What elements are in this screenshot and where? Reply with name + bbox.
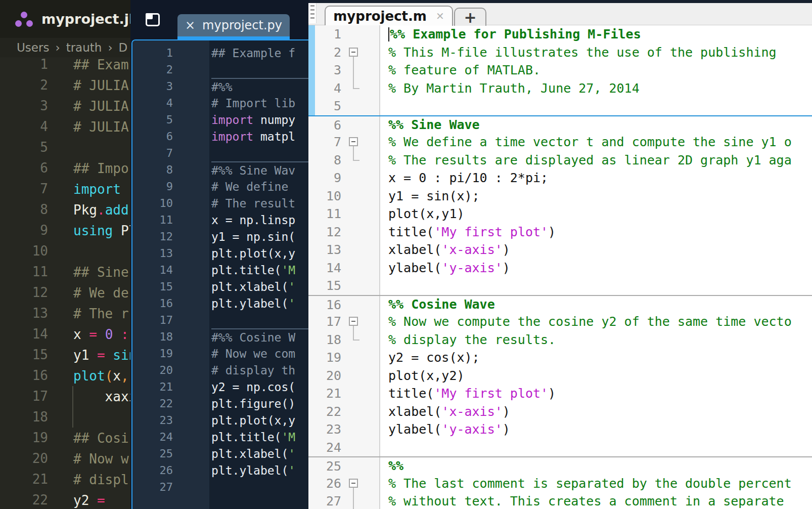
chevron-right-icon: › (108, 41, 112, 54)
line-number: 15 (0, 345, 48, 365)
code-text: xlabel('x-axis') (379, 241, 812, 259)
code-text: Pkg.add (73, 199, 130, 220)
fold-gutter (341, 116, 379, 134)
line-number: 17 (315, 313, 341, 331)
fold-gutter (341, 151, 379, 169)
julia-code-area[interactable]: 1## Exam2# JULIA3# JULIA4# JULIA56## Imp… (0, 54, 130, 509)
line-number: 1 (315, 25, 341, 44)
current-section-strip (308, 475, 315, 493)
line-number: 9 (315, 169, 341, 187)
line-number: 9 (132, 178, 173, 195)
tab-myproject-jl[interactable]: myproject.jl (41, 11, 130, 27)
code-line: 5import numpy (132, 111, 309, 128)
code-line: 17 xaxis (0, 386, 130, 407)
close-icon[interactable]: ✕ (436, 10, 444, 22)
matlab-code-area[interactable]: 1%% Example for Publishing M-Files2% Thi… (308, 25, 812, 509)
code-line: 25plt.xlabel(' (132, 445, 309, 462)
code-fold-icon[interactable] (341, 313, 379, 331)
close-icon[interactable]: × (185, 18, 195, 32)
panel-window-icon[interactable] (146, 13, 160, 26)
line-number: 19 (132, 345, 173, 362)
code-text: ylabel('y-axis') (379, 420, 812, 439)
code-text (379, 97, 812, 115)
code-line: 27% without text. This creates a comment… (308, 492, 812, 509)
code-text: plt.title('M (211, 429, 309, 445)
tab-label: myproject.py (202, 18, 282, 32)
code-text: y1 = np.sin( (211, 228, 309, 245)
code-text (211, 145, 309, 161)
current-section-strip (308, 420, 315, 439)
line-number: 26 (315, 475, 341, 493)
code-text: # JULIA (73, 116, 130, 137)
code-line: 26% The last comment is separated by the… (308, 475, 812, 493)
code-text: plt.figure() (211, 395, 309, 412)
line-number: 21 (0, 469, 48, 490)
code-line: 8Pkg.add (0, 199, 130, 220)
python-code-area[interactable]: 1## Example f23#%%4# Import lib5import n… (132, 45, 309, 495)
line-number: 22 (315, 403, 341, 421)
code-line: 9# We define (132, 178, 309, 195)
breadcrumb-item[interactable]: D (119, 41, 128, 54)
breadcrumb-item[interactable]: Users (17, 41, 49, 54)
code-line: 27 (132, 479, 309, 495)
code-line: 8#%% Sine Wav (132, 161, 309, 178)
line-number: 20 (315, 367, 341, 385)
code-fold-icon[interactable] (341, 44, 379, 62)
code-text (211, 312, 309, 328)
line-number: 10 (315, 187, 341, 205)
line-number: 15 (132, 278, 173, 295)
code-text: #%% Cosine W (211, 328, 309, 345)
code-line: 22xlabel('x-axis') (308, 403, 812, 421)
code-line: 17% Now we compute the cosine y2 of the … (308, 313, 812, 331)
code-line: 24plt.title('M (132, 429, 309, 445)
line-number: 3 (0, 96, 48, 116)
code-line: 5 (0, 137, 130, 158)
tab-myproject-py[interactable]: × myproject.py (177, 14, 290, 36)
line-number: 18 (132, 328, 173, 345)
code-text: % By Martin Trauth, June 27, 2014 (379, 79, 812, 98)
fold-gutter (341, 187, 379, 205)
python-editor-window: × myproject.py 1## Example f23#%%4# Impo… (130, 0, 309, 509)
code-line: 24 (308, 439, 812, 457)
code-line: 22plt.figure() (132, 395, 309, 412)
current-section-strip (308, 79, 315, 98)
current-section-strip (308, 277, 315, 295)
line-number: 26 (132, 462, 173, 479)
line-number: 14 (0, 324, 48, 345)
current-section-strip (308, 457, 315, 475)
code-line: 26plt.ylabel(' (132, 462, 309, 479)
drag-grip-icon[interactable] (308, 3, 317, 23)
code-line: 21title('My first plot') (308, 385, 812, 403)
code-line: 1## Exam (0, 54, 130, 75)
code-line: 5 (308, 97, 812, 115)
fold-gutter (341, 349, 379, 367)
line-number: 12 (315, 223, 341, 241)
current-section-strip (308, 296, 315, 313)
tab-myproject-m[interactable]: myproject.m ✕ (325, 6, 453, 26)
current-section-strip (308, 313, 315, 331)
line-number: 13 (315, 241, 341, 259)
breadcrumb-item[interactable]: trauth (66, 41, 102, 54)
code-text: import numpy (211, 111, 309, 128)
code-text: plot(x,y2) (379, 367, 812, 385)
line-number: 5 (0, 137, 48, 158)
code-line: 19y2 = cos(x); (308, 349, 812, 367)
line-number: 19 (0, 428, 48, 448)
code-fold-icon[interactable] (341, 133, 379, 151)
code-line: 11## Sine (0, 262, 130, 282)
code-line: 25%% (308, 456, 812, 475)
code-line: 4# JULIA (0, 116, 130, 137)
code-line: 20# Now w (0, 448, 130, 469)
line-number: 12 (0, 282, 48, 303)
code-text: % The results are displayed as linear 2D… (379, 151, 812, 169)
new-tab-button[interactable]: + (454, 8, 486, 26)
code-text: plt.plot(x,y (211, 412, 309, 429)
code-line: 23ylabel('y-axis') (308, 420, 812, 439)
code-text: y1 = sin (73, 345, 130, 365)
fold-gutter (341, 367, 379, 385)
code-text: plot(x, (73, 365, 130, 386)
code-text: # display th (211, 362, 309, 378)
code-line: 10# The result (132, 195, 309, 211)
line-number: 8 (0, 199, 48, 220)
code-fold-icon[interactable] (341, 475, 379, 493)
